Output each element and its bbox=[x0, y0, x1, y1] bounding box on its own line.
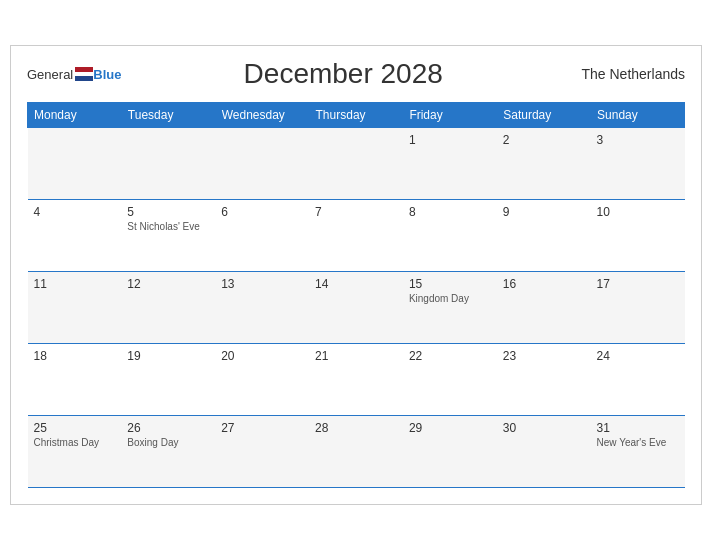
day-number: 17 bbox=[597, 277, 679, 291]
calendar-header: General Blue December 2028 The Netherlan… bbox=[27, 58, 685, 90]
day-number: 30 bbox=[503, 421, 585, 435]
day-number: 7 bbox=[315, 205, 397, 219]
day-cell: 17 bbox=[591, 272, 685, 344]
day-number: 10 bbox=[597, 205, 679, 219]
day-event: New Year's Eve bbox=[597, 437, 679, 448]
weekday-header-wednesday: Wednesday bbox=[215, 103, 309, 128]
day-cell: 31New Year's Eve bbox=[591, 416, 685, 488]
day-cell: 20 bbox=[215, 344, 309, 416]
weekday-header-friday: Friday bbox=[403, 103, 497, 128]
day-cell: 1 bbox=[403, 128, 497, 200]
weekday-header-saturday: Saturday bbox=[497, 103, 591, 128]
day-cell: 3 bbox=[591, 128, 685, 200]
week-row-2: 45St Nicholas' Eve678910 bbox=[28, 200, 685, 272]
day-cell: 11 bbox=[28, 272, 122, 344]
day-cell: 21 bbox=[309, 344, 403, 416]
day-number: 28 bbox=[315, 421, 397, 435]
day-cell: 26Boxing Day bbox=[121, 416, 215, 488]
day-cell: 7 bbox=[309, 200, 403, 272]
day-number: 29 bbox=[409, 421, 491, 435]
logo-blue-text: Blue bbox=[93, 67, 121, 82]
svg-rect-1 bbox=[75, 72, 93, 76]
day-cell: 30 bbox=[497, 416, 591, 488]
day-cell: 22 bbox=[403, 344, 497, 416]
day-cell: 2 bbox=[497, 128, 591, 200]
day-number: 31 bbox=[597, 421, 679, 435]
week-row-3: 1112131415Kingdom Day1617 bbox=[28, 272, 685, 344]
day-event: Kingdom Day bbox=[409, 293, 491, 304]
day-number: 8 bbox=[409, 205, 491, 219]
day-cell: 4 bbox=[28, 200, 122, 272]
day-cell: 25Christmas Day bbox=[28, 416, 122, 488]
day-number: 18 bbox=[34, 349, 116, 363]
day-cell bbox=[215, 128, 309, 200]
weekday-header-monday: Monday bbox=[28, 103, 122, 128]
day-number: 24 bbox=[597, 349, 679, 363]
day-event: St Nicholas' Eve bbox=[127, 221, 209, 232]
day-number: 19 bbox=[127, 349, 209, 363]
day-cell: 23 bbox=[497, 344, 591, 416]
day-cell: 9 bbox=[497, 200, 591, 272]
weekday-header-row: MondayTuesdayWednesdayThursdayFridaySatu… bbox=[28, 103, 685, 128]
day-number: 15 bbox=[409, 277, 491, 291]
day-cell: 18 bbox=[28, 344, 122, 416]
day-cell bbox=[309, 128, 403, 200]
day-number: 22 bbox=[409, 349, 491, 363]
day-number: 6 bbox=[221, 205, 303, 219]
day-number: 3 bbox=[597, 133, 679, 147]
calendar-title: December 2028 bbox=[121, 58, 565, 90]
logo-flag-icon bbox=[75, 67, 93, 81]
week-row-5: 25Christmas Day26Boxing Day2728293031New… bbox=[28, 416, 685, 488]
day-cell: 16 bbox=[497, 272, 591, 344]
day-number: 20 bbox=[221, 349, 303, 363]
day-cell bbox=[121, 128, 215, 200]
calendar-country: The Netherlands bbox=[565, 66, 685, 82]
week-row-1: 123 bbox=[28, 128, 685, 200]
day-number: 4 bbox=[34, 205, 116, 219]
day-cell: 27 bbox=[215, 416, 309, 488]
day-number: 21 bbox=[315, 349, 397, 363]
day-cell: 15Kingdom Day bbox=[403, 272, 497, 344]
weekday-header-sunday: Sunday bbox=[591, 103, 685, 128]
day-number: 12 bbox=[127, 277, 209, 291]
day-cell: 13 bbox=[215, 272, 309, 344]
day-number: 9 bbox=[503, 205, 585, 219]
day-event: Christmas Day bbox=[34, 437, 116, 448]
day-cell: 5St Nicholas' Eve bbox=[121, 200, 215, 272]
day-number: 27 bbox=[221, 421, 303, 435]
week-row-4: 18192021222324 bbox=[28, 344, 685, 416]
day-number: 14 bbox=[315, 277, 397, 291]
calendar-grid: MondayTuesdayWednesdayThursdayFridaySatu… bbox=[27, 102, 685, 488]
day-number: 16 bbox=[503, 277, 585, 291]
day-number: 25 bbox=[34, 421, 116, 435]
day-cell: 19 bbox=[121, 344, 215, 416]
day-cell: 6 bbox=[215, 200, 309, 272]
logo-general-text: General bbox=[27, 67, 73, 82]
svg-rect-0 bbox=[75, 67, 93, 72]
day-cell: 14 bbox=[309, 272, 403, 344]
day-cell: 10 bbox=[591, 200, 685, 272]
day-number: 2 bbox=[503, 133, 585, 147]
day-cell bbox=[28, 128, 122, 200]
day-cell: 8 bbox=[403, 200, 497, 272]
day-number: 26 bbox=[127, 421, 209, 435]
logo: General Blue bbox=[27, 67, 121, 82]
day-number: 5 bbox=[127, 205, 209, 219]
weekday-header-thursday: Thursday bbox=[309, 103, 403, 128]
day-number: 23 bbox=[503, 349, 585, 363]
weekday-header-tuesday: Tuesday bbox=[121, 103, 215, 128]
svg-rect-2 bbox=[75, 76, 93, 81]
calendar-container: General Blue December 2028 The Netherlan… bbox=[10, 45, 702, 505]
day-event: Boxing Day bbox=[127, 437, 209, 448]
day-cell: 12 bbox=[121, 272, 215, 344]
day-cell: 29 bbox=[403, 416, 497, 488]
day-number: 13 bbox=[221, 277, 303, 291]
day-cell: 24 bbox=[591, 344, 685, 416]
day-number: 1 bbox=[409, 133, 491, 147]
day-number: 11 bbox=[34, 277, 116, 291]
day-cell: 28 bbox=[309, 416, 403, 488]
